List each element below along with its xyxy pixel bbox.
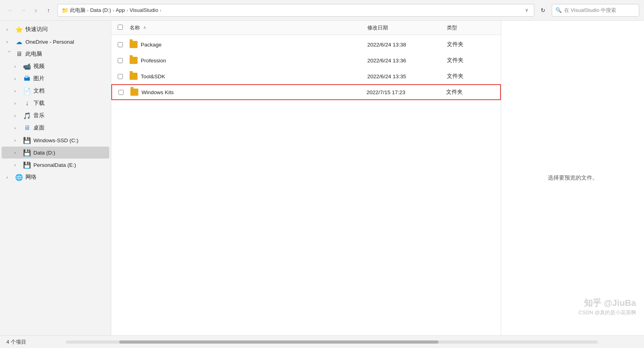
label-pictures: 图片 xyxy=(33,75,105,82)
checkbox-col-toolsdk xyxy=(118,74,130,79)
sidebar-item-downloads[interactable]: ›↓下载 xyxy=(2,97,109,109)
sidebar-item-onedrive[interactable]: ›☁OneDrive - Personal xyxy=(2,36,109,48)
type-col-package: 文件夹 xyxy=(447,41,495,48)
addr-part-vs: VisualStudio xyxy=(130,7,158,13)
col-date-header[interactable]: 修改日期 xyxy=(367,24,447,31)
folder-icon-windowskits xyxy=(130,89,138,96)
item-count: 4 个项目 xyxy=(6,338,26,346)
chevron-docs: › xyxy=(14,89,21,93)
sidebar-item-drive-c[interactable]: ›💾Windows-SSD (C:) xyxy=(2,134,109,146)
down-button[interactable]: ∨ xyxy=(30,5,41,16)
file-name-profession: Profession xyxy=(141,58,166,64)
chevron-drive-c: › xyxy=(14,138,21,143)
folder-icon-toolsdk xyxy=(130,73,138,80)
up-button[interactable]: ↑ xyxy=(43,5,54,16)
checkbox-package[interactable] xyxy=(118,42,123,47)
watermark: 知乎 @JiuBa CSDN @真的是小花茎啊 xyxy=(578,297,636,316)
back-button[interactable]: ← xyxy=(5,5,16,16)
watermark-line2: CSDN @真的是小花茎啊 xyxy=(578,309,636,316)
label-quickaccess: 快速访问 xyxy=(25,26,105,33)
sidebar-item-music[interactable]: ›🎵音乐 xyxy=(2,110,109,122)
label-video: 视频 xyxy=(33,63,105,70)
chevron-network: › xyxy=(6,175,13,180)
addr-part-app: App xyxy=(116,7,125,13)
folder-icon-package xyxy=(130,41,138,48)
chevron-pictures: › xyxy=(14,76,21,81)
label-music: 音乐 xyxy=(33,112,105,119)
title-bar: ← → ∨ ↑ 📁 此电脑 › Data (D:) › App › Visual… xyxy=(0,0,644,21)
main-content: ›⭐快速访问›☁OneDrive - Personal›🖥此电脑›📹视频›🏔图片… xyxy=(0,21,644,335)
refresh-button[interactable]: ↻ xyxy=(537,5,549,16)
checkbox-col-windowskits xyxy=(118,90,130,95)
scrollbar-thumb[interactable] xyxy=(119,340,438,344)
date-col-profession: 2022/6/24 13:36 xyxy=(367,58,447,64)
file-name-windowskits: Windows Kits xyxy=(142,89,174,95)
address-folder-icon: 📁 xyxy=(62,7,68,14)
icon-docs: 📄 xyxy=(23,87,31,95)
sidebar-item-desktop[interactable]: ›🖥桌面 xyxy=(2,122,109,134)
icon-drive-e: 💾 xyxy=(23,161,31,169)
col-name-label: 名称 xyxy=(130,24,140,31)
preview-pane: 选择要预览的文件。 xyxy=(501,21,644,335)
icon-quickaccess: ⭐ xyxy=(15,25,23,33)
icon-onedrive: ☁ xyxy=(15,38,23,46)
file-area: 名称 ∧ 修改日期 类型 Package2022/6/24 13:38文件夹Pr… xyxy=(111,21,501,335)
icon-music: 🎵 xyxy=(23,112,31,120)
label-onedrive: OneDrive - Personal xyxy=(25,39,105,45)
checkbox-col-package xyxy=(118,42,130,47)
label-drive-c: Windows-SSD (C:) xyxy=(33,137,105,143)
date-col-package: 2022/6/24 13:38 xyxy=(367,42,447,48)
chevron-onedrive: › xyxy=(6,39,13,44)
addr-sep-1: › xyxy=(87,8,89,13)
icon-pictures: 🏔 xyxy=(23,75,31,83)
preview-text: 选择要预览的文件。 xyxy=(548,174,598,182)
chevron-desktop: › xyxy=(14,126,21,130)
scrollbar[interactable] xyxy=(66,340,598,344)
sort-arrow-icon: ∧ xyxy=(143,25,146,30)
sidebar-item-video[interactable]: ›📹视频 xyxy=(2,60,109,72)
chevron-drive-d: › xyxy=(14,150,21,155)
sidebar-item-network[interactable]: ›🌐网络 xyxy=(2,171,109,183)
file-row-profession[interactable]: Profession2022/6/24 13:36文件夹 xyxy=(111,52,501,68)
col-checkbox-header[interactable] xyxy=(118,25,130,31)
type-col-profession: 文件夹 xyxy=(447,57,495,64)
forward-button[interactable]: → xyxy=(17,5,29,16)
checkbox-windowskits[interactable] xyxy=(118,90,124,95)
nav-buttons: ← → ∨ ↑ xyxy=(5,5,54,16)
chevron-computer: › xyxy=(7,51,12,57)
search-bar[interactable]: 🔍 在 VisualStudio 中搜索 xyxy=(552,4,639,17)
name-col-windowskits: Windows Kits xyxy=(130,89,367,96)
label-downloads: 下载 xyxy=(33,100,105,107)
col-name-header[interactable]: 名称 ∧ xyxy=(130,24,367,31)
chevron-music: › xyxy=(14,113,21,118)
file-name-toolsdk: Tool&SDK xyxy=(141,73,165,79)
sidebar-item-drive-d[interactable]: ›💾Data (D:) xyxy=(2,147,109,159)
checkbox-profession[interactable] xyxy=(118,58,123,63)
search-icon: 🔍 xyxy=(555,7,562,13)
select-all-checkbox[interactable] xyxy=(118,25,123,30)
checkbox-toolsdk[interactable] xyxy=(118,74,123,79)
search-placeholder: 在 VisualStudio 中搜索 xyxy=(564,7,616,14)
file-row-package[interactable]: Package2022/6/24 13:38文件夹 xyxy=(111,37,501,52)
address-bar[interactable]: 📁 此电脑 › Data (D:) › App › VisualStudio ›… xyxy=(57,4,534,17)
addr-part-drive: Data (D:) xyxy=(90,7,111,13)
chevron-quickaccess: › xyxy=(6,27,13,32)
file-row-windowskits[interactable]: Windows Kits2022/7/15 17:23文件夹 xyxy=(111,84,501,100)
file-row-toolsdk[interactable]: Tool&SDK2022/6/24 13:35文件夹 xyxy=(111,68,501,84)
name-col-profession: Profession xyxy=(130,57,367,64)
sidebar-item-drive-e[interactable]: ›💾PersonalData (E:) xyxy=(2,159,109,171)
type-col-windowskits: 文件夹 xyxy=(446,89,494,96)
sidebar: ›⭐快速访问›☁OneDrive - Personal›🖥此电脑›📹视频›🏔图片… xyxy=(0,21,111,335)
sidebar-item-computer[interactable]: ›🖥此电脑 xyxy=(2,48,109,60)
sidebar-item-pictures[interactable]: ›🏔图片 xyxy=(2,73,109,85)
checkbox-col-profession xyxy=(118,58,130,63)
label-network: 网络 xyxy=(25,174,105,181)
address-dropdown-button[interactable]: ∨ xyxy=(524,8,530,13)
label-docs: 文档 xyxy=(33,87,105,95)
status-bar: 4 个项目 xyxy=(0,335,644,348)
sidebar-item-quickaccess[interactable]: ›⭐快速访问 xyxy=(2,23,109,35)
name-col-package: Package xyxy=(130,41,367,48)
col-type-header[interactable]: 类型 xyxy=(447,24,495,31)
sidebar-item-docs[interactable]: ›📄文档 xyxy=(2,85,109,97)
col-type-label: 类型 xyxy=(447,24,457,31)
